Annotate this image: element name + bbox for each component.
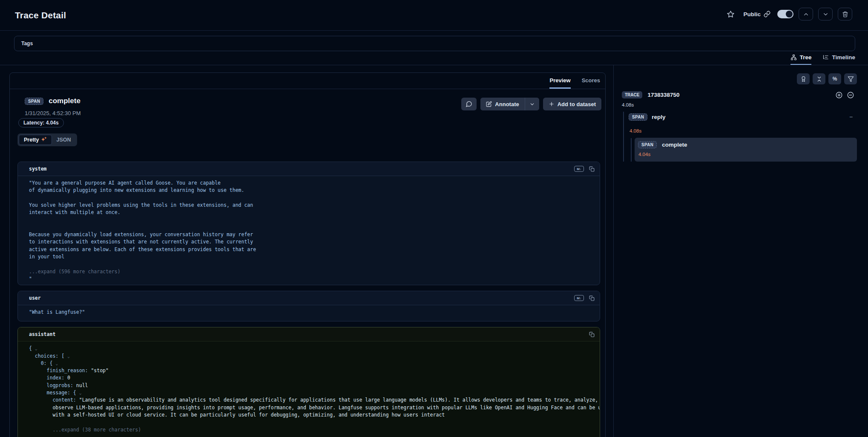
tags-label: Tags [21,41,33,46]
markdown-toggle-icon[interactable]: M↓ [574,295,584,301]
annotate-split-button: Annotate [480,98,539,110]
tree-zoom-controls [835,91,854,99]
tags-bar[interactable]: Tags [14,36,855,51]
tab-tree[interactable]: Tree [790,54,812,65]
system-message-body: "You are a general purpose AI agent call… [18,176,600,285]
copy-icon[interactable] [589,295,595,301]
role-label: assistant [29,331,55,337]
tree-indent-guide [623,112,624,162]
tree-trace-row[interactable]: TRACE 1738338750 [622,91,680,98]
collapse-all-button[interactable] [813,73,825,84]
markdown-toggle-icon[interactable]: M↓ [574,166,584,172]
edit-pencil-icon [486,101,492,107]
tab-tree-label: Tree [800,54,812,61]
public-toggle[interactable] [777,10,793,18]
previous-trace-button[interactable] [799,8,813,20]
show-metrics-button[interactable]: % [828,73,841,84]
tab-timeline[interactable]: Timeline [822,54,855,65]
toggle-knob [786,11,793,17]
span-name: reply [652,114,665,120]
user-message-box: user M↓ "What is Langfuse?" [17,291,600,321]
span-row-content: SPAN complete [638,141,687,148]
public-label: Public [743,11,761,17]
tab-timeline-label: Timeline [832,54,855,61]
messages-list: system M↓ "You are a general purpose AI … [17,162,600,437]
public-link[interactable]: Public [743,11,770,17]
format-toggle: Pretty ✦✦ JSON [17,133,77,146]
show-scores-button[interactable] [797,73,810,84]
pretty-label: Pretty [24,137,39,143]
trace-id: 1738338750 [647,92,679,98]
comment-icon [466,101,472,107]
annotate-button[interactable]: Annotate [480,98,524,110]
page-title: Trace Detail [15,10,66,20]
span-actions: Annotate Add to dataset [461,98,601,110]
trace-duration: 4.08s [622,102,634,107]
copy-icon[interactable] [589,166,595,172]
view-tabs: Tree Timeline [790,54,855,65]
assistant-message-body: { ⌄ choices: [ ⌄ 0: { ⌄ finish_reason: "… [18,341,600,437]
assistant-message-box: assistant { ⌄ choices: [ ⌄ 0: { ⌄ finish… [17,327,600,437]
comment-button[interactable] [461,98,477,110]
tree-span-complete-row[interactable]: SPAN complete 4.04s [635,138,857,162]
percent-icon: % [833,76,837,82]
zoom-in-button[interactable] [835,91,843,99]
header-icons: M↓ [574,295,595,301]
role-label: user [29,295,41,301]
sparkles-icon: ✦✦ [41,136,46,142]
tab-preview[interactable]: Preview [549,73,570,89]
span-name: complete [49,97,80,105]
award-icon [800,76,807,82]
role-label: system [29,166,47,172]
trace-type-badge: TRACE [622,91,642,98]
span-header: SPAN complete [25,97,80,105]
chevron-up-icon [803,11,809,17]
assistant-message-content: { ⌄ choices: [ ⌄ 0: { ⌄ finish_reason: "… [29,345,593,434]
span-timestamp: 1/31/2025, 4:52:30 PM [25,110,81,116]
tab-scores[interactable]: Scores [582,73,600,89]
assistant-message-header: assistant [18,327,600,341]
panel-tabs: Preview Scores [10,73,605,89]
bookmark-star-button[interactable] [727,10,735,18]
span-type-badge: SPAN [25,98,43,105]
timeline-icon [822,54,829,61]
trash-icon [842,11,848,17]
star-icon [727,10,735,18]
copy-icon[interactable] [589,332,595,337]
tabs-divider [0,65,868,65]
unfold-less-icon [816,76,822,82]
tree-indent-guide [631,138,632,162]
tree-span-reply-row[interactable]: SPAN reply [629,113,666,121]
add-to-dataset-label: Add to dataset [558,101,596,107]
delete-trace-button[interactable] [838,8,852,20]
add-to-dataset-button[interactable]: Add to dataset [543,98,601,110]
observation-preview-panel: Preview Scores SPAN complete Annotate [9,72,606,437]
span-type-badge: SPAN [638,141,657,148]
latency-badge: Latency: 4.04s [18,118,64,127]
link-icon [764,11,770,17]
zoom-out-button[interactable] [847,91,854,99]
chevron-down-icon [822,11,829,17]
format-pretty-segment[interactable]: Pretty ✦✦ [19,135,52,145]
system-message-content: "You are a general purpose AI agent call… [29,179,593,283]
span-name: complete [662,142,687,148]
filter-button[interactable] [844,73,857,84]
panel-divider[interactable] [613,65,614,437]
user-message-header: user M↓ [18,291,600,305]
format-json-segment[interactable]: JSON [52,135,76,145]
annotate-dropdown-button[interactable] [525,98,539,110]
collapse-node-button[interactable]: − [849,113,853,120]
span-duration: 4.04s [638,152,650,157]
header-actions: Public [727,7,852,21]
plus-circle-icon [835,91,843,99]
next-trace-button[interactable] [818,8,833,20]
chevron-down-icon [529,101,535,107]
plus-icon [549,101,555,107]
span-type-badge: SPAN [629,113,647,121]
header-icons: M↓ [574,166,595,172]
app-header: Trace Detail Public [0,0,868,31]
tree-toolbar: % [797,73,857,84]
system-message-header: system M↓ [18,162,600,176]
funnel-icon [848,76,854,82]
user-message-body: "What is Langfuse?" [18,305,600,321]
